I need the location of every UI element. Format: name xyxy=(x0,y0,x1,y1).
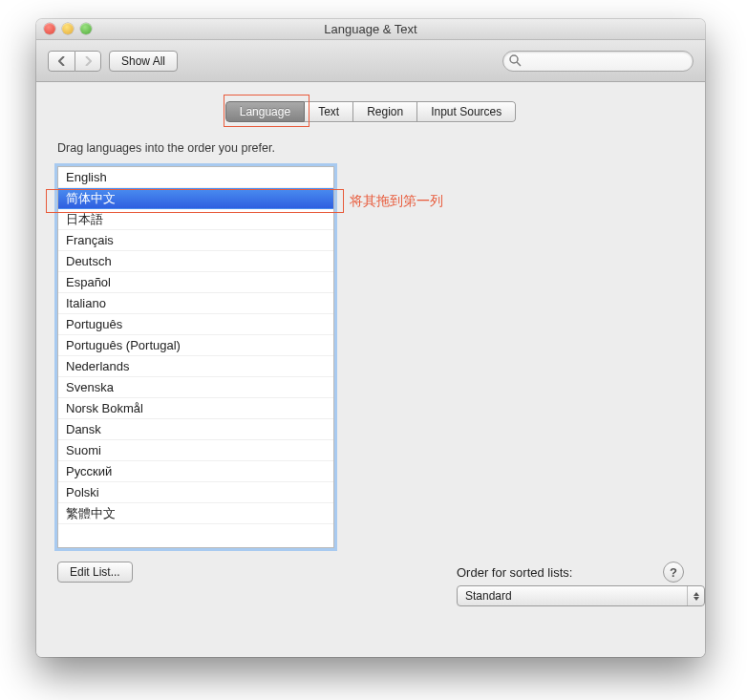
content-pane: LanguageTextRegionInput Sources Drag lan… xyxy=(36,82,705,657)
sort-order-value: Standard xyxy=(465,589,512,603)
sort-order-label: Order for sorted lists: xyxy=(457,565,705,580)
list-item[interactable]: 繁體中文 xyxy=(58,503,333,524)
list-item[interactable]: Norsk Bokmål xyxy=(58,398,333,419)
svg-point-0 xyxy=(510,55,518,63)
zoom-icon[interactable] xyxy=(80,23,92,34)
list-item[interactable]: Português (Portugal) xyxy=(58,335,333,356)
titlebar[interactable]: Language & Text xyxy=(36,19,705,40)
list-item[interactable]: Русский xyxy=(58,461,333,482)
close-icon[interactable] xyxy=(44,23,55,34)
sort-order-popup[interactable]: Standard xyxy=(457,585,705,606)
back-button[interactable] xyxy=(48,51,75,72)
forward-button[interactable] xyxy=(75,51,101,72)
tab-region[interactable]: Region xyxy=(353,101,417,122)
nav-buttons xyxy=(48,51,101,72)
annotation-text: 将其拖到第一列 xyxy=(350,193,443,210)
chevron-right-icon xyxy=(84,56,92,66)
list-item[interactable]: Svenska xyxy=(58,377,333,398)
chevron-left-icon xyxy=(58,56,66,66)
list-item[interactable]: Suomi xyxy=(58,440,333,461)
list-item[interactable]: Nederlands xyxy=(58,356,333,377)
language-list[interactable]: English简体中文日本語FrançaisDeutschEspañolItal… xyxy=(57,166,334,548)
list-item[interactable]: 日本語 xyxy=(58,209,333,230)
toolbar: Show All xyxy=(36,40,705,82)
edit-list-button[interactable]: Edit List... xyxy=(57,562,133,583)
minimize-icon[interactable] xyxy=(62,23,74,34)
list-item[interactable]: Português xyxy=(58,314,333,335)
show-all-button[interactable]: Show All xyxy=(109,51,178,72)
list-item[interactable]: Español xyxy=(58,272,333,293)
preferences-window: Language & Text Show All LanguageTextReg… xyxy=(36,19,705,657)
list-item[interactable]: English xyxy=(58,167,333,188)
svg-line-1 xyxy=(517,62,521,66)
list-item[interactable]: Français xyxy=(58,230,333,251)
sort-order-block: Order for sorted lists: Standard xyxy=(457,565,705,606)
list-item[interactable]: Italiano xyxy=(58,293,333,314)
window-title: Language & Text xyxy=(324,22,416,36)
stepper-icon xyxy=(687,586,704,605)
list-item[interactable]: Deutsch xyxy=(58,251,333,272)
instruction-text: Drag languages into the order you prefer… xyxy=(57,141,684,155)
tabbar: LanguageTextRegionInput Sources xyxy=(225,101,516,122)
list-item[interactable]: Polski xyxy=(58,482,333,503)
search-field[interactable] xyxy=(502,51,694,72)
tab-input-sources[interactable]: Input Sources xyxy=(417,101,516,122)
traffic-lights xyxy=(44,23,92,34)
list-item[interactable]: 简体中文 xyxy=(58,188,333,209)
list-item[interactable]: Dansk xyxy=(58,419,333,440)
search-input[interactable] xyxy=(525,54,685,68)
tab-language[interactable]: Language xyxy=(225,101,305,122)
search-icon xyxy=(509,54,522,67)
tab-text[interactable]: Text xyxy=(305,101,353,122)
